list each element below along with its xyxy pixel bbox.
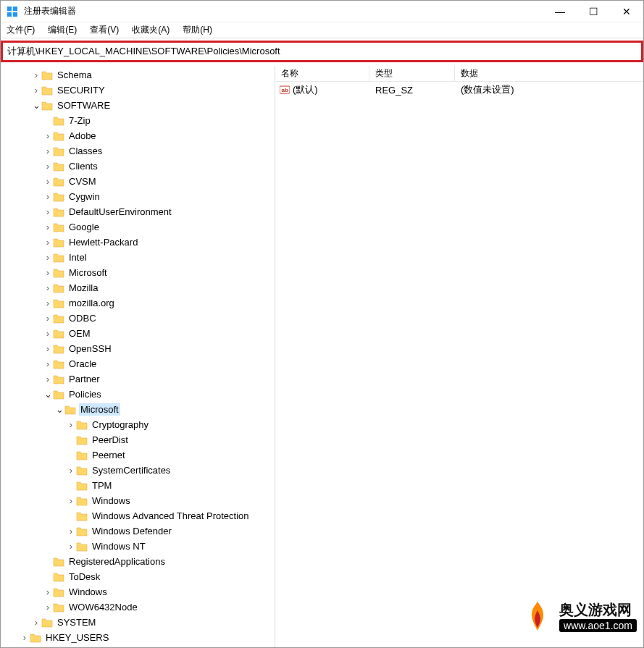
folder-icon (41, 70, 53, 80)
tree-item[interactable]: ›SECURITY (1, 83, 275, 98)
collapse-icon[interactable]: ⌄ (43, 389, 53, 400)
tree-label: Intel (67, 251, 88, 264)
address-highlight (1, 41, 643, 62)
tree-label: Microsoft (67, 266, 109, 279)
expand-icon[interactable]: › (43, 298, 53, 308)
watermark: 奥义游戏网 www.aoe1.com (520, 599, 637, 634)
expand-icon[interactable]: › (66, 541, 76, 552)
tree-item[interactable]: ›Microsoft (1, 265, 275, 280)
expand-icon[interactable]: › (43, 374, 53, 384)
tree-item[interactable]: ⌄Microsoft (1, 402, 275, 417)
tree-item[interactable]: 7-Zip (1, 113, 275, 128)
menu-file[interactable]: 文件(F) (7, 24, 35, 36)
tree-label: Partner (67, 373, 101, 385)
collapse-icon[interactable]: ⌄ (54, 404, 64, 415)
col-name[interactable]: 名称 (275, 66, 369, 81)
tree-item[interactable]: ›DefaultUserEnvironment (1, 204, 275, 219)
expand-icon[interactable]: › (31, 85, 41, 96)
expand-icon[interactable]: › (43, 161, 53, 172)
tree-item[interactable]: ›SystemCertificates (1, 463, 275, 478)
expand-icon[interactable]: › (66, 465, 76, 476)
tree-item[interactable]: ›Windows (1, 584, 275, 599)
tree-item[interactable]: PeerDist (1, 432, 275, 447)
tree-item[interactable]: ›Oracle (1, 356, 275, 371)
tree-item[interactable]: ›Windows Defender (1, 523, 275, 539)
menu-favorites[interactable]: 收藏夹(A) (132, 24, 170, 36)
tree-item[interactable]: ›Partner (1, 371, 275, 387)
expand-icon[interactable]: › (31, 617, 41, 628)
tree-item[interactable]: ›Adobe (1, 128, 275, 143)
tree-item[interactable]: ›Classes (1, 143, 275, 159)
tree-item[interactable]: ⌄SOFTWARE (1, 98, 275, 113)
tree-item[interactable]: ›HKEY_USERS (1, 630, 275, 645)
menu-view[interactable]: 查看(V) (90, 24, 119, 36)
menu-help[interactable]: 帮助(H) (183, 24, 212, 36)
tree-item[interactable]: ›HKEY_CURRENT_CONFIG (1, 645, 275, 647)
expand-icon[interactable]: › (20, 632, 30, 643)
tree-item[interactable]: Peernet (1, 447, 275, 463)
tree-label: WOW6432Node (67, 601, 139, 613)
expand-icon[interactable]: › (43, 130, 53, 141)
expand-icon[interactable]: › (66, 526, 76, 537)
folder-icon (53, 253, 64, 263)
address-input[interactable] (3, 46, 641, 57)
expand-icon[interactable]: › (66, 419, 76, 430)
tree-item[interactable]: ›Clients (1, 159, 275, 174)
tree-item[interactable]: ›CVSM (1, 174, 275, 189)
tree-item[interactable]: ›Cryptography (1, 417, 275, 432)
tree-item[interactable]: ⌄Policies (1, 387, 275, 402)
close-button[interactable]: ✕ (610, 1, 643, 22)
tree-item[interactable]: ›SYSTEM (1, 615, 275, 630)
folder-icon (41, 85, 53, 96)
expand-icon[interactable]: › (43, 282, 53, 293)
tree-item[interactable]: TPM (1, 478, 275, 493)
tree-item[interactable]: ›Cygwin (1, 189, 275, 204)
tree-label: Google (67, 221, 101, 233)
folder-icon (53, 177, 64, 187)
tree-item[interactable]: ›Windows (1, 493, 275, 508)
tree-item[interactable]: ›ODBC (1, 311, 275, 326)
value-type: REG_SZ (369, 85, 455, 96)
collapse-icon[interactable]: ⌄ (31, 100, 41, 111)
col-data[interactable]: 数据 (455, 66, 643, 81)
regedit-icon (7, 6, 18, 17)
maximize-button[interactable]: ☐ (577, 1, 610, 22)
tree-item[interactable]: ToDesk (1, 569, 275, 584)
minimize-button[interactable]: — (543, 1, 577, 22)
expand-icon[interactable]: › (31, 70, 41, 80)
expand-icon[interactable]: › (43, 222, 53, 232)
tree-item[interactable]: ›Mozilla (1, 280, 275, 295)
expand-icon[interactable]: › (43, 586, 53, 597)
tree-item[interactable]: ›Windows NT (1, 539, 275, 554)
tree-item[interactable]: ›Intel (1, 250, 275, 265)
tree-item[interactable]: RegisteredApplications (1, 554, 275, 569)
expand-icon[interactable]: › (43, 602, 53, 613)
expand-icon[interactable]: › (43, 206, 53, 217)
expand-icon[interactable]: › (43, 328, 53, 339)
expand-icon[interactable]: › (66, 495, 76, 506)
expand-icon[interactable]: › (43, 358, 53, 369)
expand-icon[interactable]: › (43, 313, 53, 324)
tree-item[interactable]: ›mozilla.org (1, 295, 275, 311)
expand-icon[interactable]: › (43, 343, 53, 354)
expand-icon[interactable]: › (43, 191, 53, 202)
expand-icon[interactable]: › (43, 252, 53, 263)
tree-item[interactable]: ›Google (1, 219, 275, 235)
expand-icon[interactable]: › (43, 146, 53, 156)
tree-scroll[interactable]: ›Schema›SECURITY⌄SOFTWARE7-Zip›Adobe›Cla… (1, 66, 275, 647)
tree-item[interactable]: ›OpenSSH (1, 341, 275, 356)
expand-icon[interactable]: › (43, 237, 53, 248)
tree-item[interactable]: Windows Advanced Threat Protection (1, 508, 275, 523)
menu-edit[interactable]: 编辑(E) (48, 24, 77, 36)
expand-icon[interactable]: › (43, 267, 53, 278)
col-type[interactable]: 类型 (369, 66, 455, 81)
list-row[interactable]: ab (默认) REG_SZ (数值未设置) (275, 82, 643, 98)
tree-item[interactable]: ›Schema (1, 67, 275, 83)
tree-item[interactable]: ›OEM (1, 326, 275, 341)
expand-icon[interactable]: › (43, 176, 53, 187)
watermark-url: www.aoe1.com (559, 619, 637, 632)
tree-item[interactable]: ›WOW6432Node (1, 599, 275, 615)
tree-item[interactable]: ›Hewlett-Packard (1, 235, 275, 250)
flame-icon (520, 599, 555, 634)
list-header: 名称 类型 数据 (275, 66, 643, 82)
